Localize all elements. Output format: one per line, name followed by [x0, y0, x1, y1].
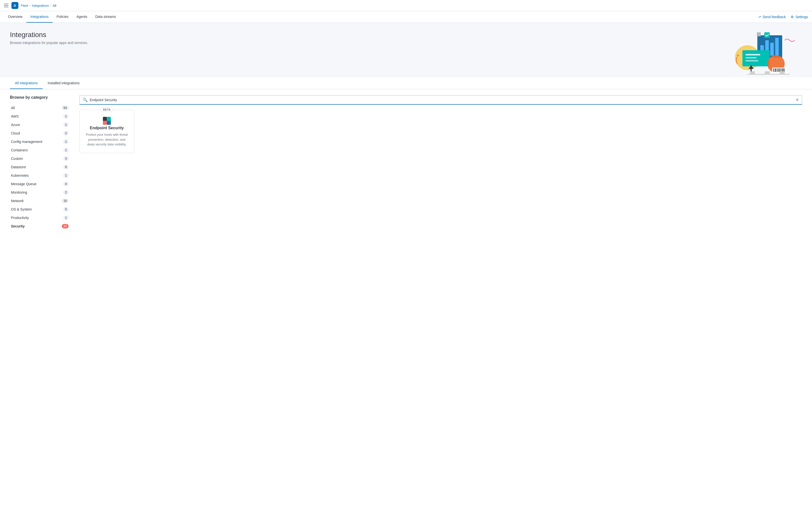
category-count: 2 — [63, 190, 69, 195]
content-area: Browse by category All 54 AWS 1 Azure 1 … — [0, 89, 812, 239]
card-title: Endpoint Security — [90, 126, 124, 130]
search-bar: 🔍 ✕ — [80, 95, 802, 105]
category-item[interactable]: Monitoring 2 — [10, 188, 70, 197]
breadcrumb: Fleet / Integrations / All — [21, 4, 56, 7]
category-count: 2 — [63, 131, 69, 135]
category-list: All 54 AWS 1 Azure 1 Cloud 2 Config mana… — [10, 104, 70, 230]
svg-rect-37 — [107, 121, 111, 125]
nav-tabs: Overview Integrations Policies Agents Da… — [0, 11, 812, 23]
category-item[interactable]: Network 16 — [10, 197, 70, 205]
hero-text: Integrations Browse integrations for pop… — [10, 31, 802, 45]
category-count: 34 — [62, 224, 69, 228]
settings-label: Settings — [795, 15, 808, 19]
tab-integrations[interactable]: Integrations — [26, 11, 52, 22]
nav-left: Overview Integrations Policies Agents Da… — [4, 11, 120, 22]
category-name: Azure — [11, 123, 20, 127]
category-item[interactable]: OS & System 5 — [10, 205, 70, 214]
category-count: 4 — [63, 182, 69, 186]
tab-policies[interactable]: Policies — [53, 11, 72, 22]
category-item[interactable]: AWS 1 — [10, 112, 70, 120]
category-count: 1 — [63, 114, 69, 118]
tab-data-streams[interactable]: Data streams — [91, 11, 120, 22]
hero-title: Integrations — [10, 31, 802, 39]
category-item[interactable]: Datastore 6 — [10, 163, 70, 171]
tab-overview[interactable]: Overview — [4, 11, 26, 22]
category-count: 16 — [62, 199, 69, 203]
category-item[interactable]: Message Queue 4 — [10, 180, 70, 188]
svg-rect-8 — [745, 57, 757, 59]
category-sidebar: Browse by category All 54 AWS 1 Azure 1 … — [10, 95, 70, 232]
category-item[interactable]: Config management 1 — [10, 137, 70, 146]
category-name: Security — [11, 224, 24, 228]
hamburger-menu[interactable] — [4, 3, 9, 8]
nav-right: ↗ Send feedback ⚙ Settings — [758, 15, 808, 19]
svg-rect-36 — [103, 117, 107, 121]
app-logo: D — [12, 2, 18, 9]
category-count: 5 — [63, 207, 69, 212]
category-count: 1 — [63, 215, 69, 220]
hero-section: Integrations Browse integrations for pop… — [0, 23, 812, 78]
category-name: All — [11, 106, 15, 110]
tab-installed-integrations[interactable]: Installed integrations — [43, 78, 84, 89]
tab-all-integrations[interactable]: All integrations — [10, 78, 43, 89]
breadcrumb-integrations[interactable]: Integrations — [32, 4, 49, 7]
svg-rect-24 — [781, 68, 781, 72]
svg-rect-4 — [770, 43, 774, 56]
svg-rect-7 — [745, 54, 760, 55]
external-link-icon: ↗ — [758, 15, 761, 19]
category-count: 3 — [63, 157, 69, 161]
category-item[interactable]: All 54 — [10, 104, 70, 112]
clear-search-icon[interactable]: ✕ — [796, 97, 799, 102]
sidebar-title: Browse by category — [10, 95, 70, 100]
settings-button[interactable]: ⚙ Settings — [791, 15, 808, 19]
card-description: Protect your hosts with threat preventio… — [85, 132, 129, 147]
category-name: Custom — [11, 157, 23, 161]
search-input[interactable] — [90, 98, 794, 102]
svg-rect-22 — [779, 68, 779, 72]
category-name: Containers — [11, 148, 28, 152]
svg-rect-12 — [757, 32, 761, 36]
category-item[interactable]: Containers 1 — [10, 146, 70, 154]
breadcrumb-fleet[interactable]: Fleet — [21, 4, 28, 7]
category-count: 54 — [62, 105, 69, 110]
svg-rect-21 — [778, 68, 778, 72]
category-item[interactable]: Productivity 1 — [10, 214, 70, 222]
breadcrumb-sep-2: / — [50, 4, 51, 7]
hero-svg — [717, 26, 797, 75]
svg-rect-32 — [780, 71, 785, 74]
hero-illustration — [717, 26, 797, 75]
category-name: OS & System — [11, 207, 32, 211]
category-item[interactable]: Azure 1 — [10, 120, 70, 129]
svg-rect-19 — [776, 68, 777, 72]
tab-agents[interactable]: Agents — [72, 11, 91, 22]
svg-rect-18 — [775, 68, 776, 72]
svg-rect-30 — [750, 71, 755, 74]
svg-rect-25 — [782, 68, 782, 72]
breadcrumb-sep-1: / — [30, 4, 31, 7]
category-name: Message Queue — [11, 182, 36, 186]
category-name: Cloud — [11, 131, 20, 135]
category-name: Monitoring — [11, 191, 27, 194]
svg-rect-5 — [775, 38, 779, 56]
category-name: Datastore — [11, 165, 26, 169]
category-count: 1 — [63, 122, 69, 127]
svg-rect-17 — [774, 68, 775, 72]
svg-rect-16 — [773, 68, 774, 72]
category-item[interactable]: Cloud 2 — [10, 129, 70, 137]
main-panel: 🔍 ✕ BETA Endpoint Security Protect your … — [80, 95, 802, 232]
category-name: Kubernetes — [11, 174, 29, 178]
send-feedback-button[interactable]: ↗ Send feedback — [758, 15, 786, 19]
category-name: Network — [11, 199, 23, 203]
gear-icon: ⚙ — [791, 15, 794, 19]
integration-tabs: All integrations Installed integrations — [0, 78, 812, 89]
svg-rect-27 — [784, 68, 784, 72]
category-name: AWS — [11, 114, 19, 118]
svg-rect-31 — [765, 71, 770, 74]
category-item[interactable]: Kubernetes 1 — [10, 171, 70, 180]
category-item[interactable]: Security 34 — [10, 222, 70, 230]
category-count: 1 — [63, 140, 69, 144]
category-item[interactable]: Custom 3 — [10, 154, 70, 163]
category-count: 6 — [63, 165, 69, 169]
integration-card[interactable]: BETA Endpoint Security Protect your host… — [80, 110, 134, 153]
category-name: Productivity — [11, 216, 29, 220]
